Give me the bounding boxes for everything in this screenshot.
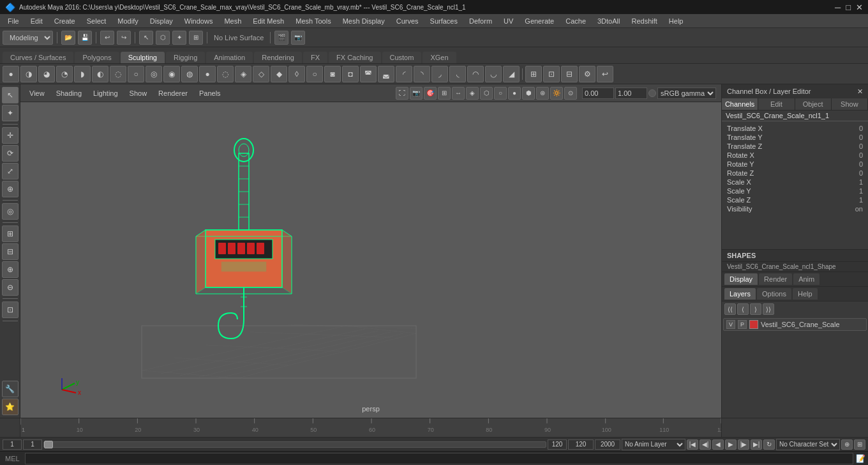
gamma-input[interactable] (615, 88, 647, 99)
menu-file[interactable]: File (3, 16, 24, 26)
menu-cache[interactable]: Cache (560, 16, 591, 26)
workspace-tab-curves-surfaces[interactable]: Curves / Surfaces (3, 52, 73, 63)
workspace-tab-fx-caching[interactable]: FX Caching (329, 52, 380, 63)
redo-button[interactable]: ↪ (117, 31, 131, 45)
select-tool[interactable]: ↖ (139, 31, 153, 45)
script-icon[interactable]: 📝 (856, 454, 865, 463)
menu-3dtoall[interactable]: 3DtoAll (592, 16, 625, 26)
layer-item[interactable]: V P Vestil_SC6_Crane_Scale (723, 318, 867, 331)
char-set-select[interactable]: No Character Set (776, 439, 840, 450)
go-start-button[interactable]: |◀ (687, 439, 698, 450)
sculpt-knife[interactable]: ◈ (235, 66, 251, 82)
workspace-tab-xgen[interactable]: XGen (423, 52, 456, 63)
sculpt-falloff[interactable]: ◠ (467, 66, 484, 82)
panels-menu[interactable]: Panels (195, 88, 225, 98)
vp-icon-4[interactable]: ↔ (452, 87, 465, 100)
sculpt-stencil[interactable]: ◢ (503, 66, 520, 82)
anim-tab[interactable]: Anim (793, 273, 819, 285)
sculpt-smear[interactable]: ○ (306, 66, 323, 82)
vp-icon-8[interactable]: ● (508, 87, 521, 100)
mel-input[interactable] (25, 453, 853, 464)
menu-mesh[interactable]: Mesh (219, 16, 246, 26)
lt-icon-extra2[interactable]: ⭐ (2, 399, 19, 415)
sculpt-invert-freeze[interactable]: ◝ (414, 66, 430, 82)
layer-color-swatch[interactable] (749, 320, 758, 329)
end-frame-input[interactable] (548, 439, 567, 450)
snap-to-view-plane[interactable]: ⊖ (2, 279, 19, 296)
anim-layer-select[interactable]: No Anim Layer (622, 439, 685, 450)
vp-icon-11[interactable]: 🔆 (550, 87, 563, 100)
rotate-tool[interactable]: ⟳ (2, 145, 19, 162)
lasso-tool[interactable]: ⬡ (156, 31, 170, 45)
move-tool[interactable]: ✛ (2, 127, 19, 144)
sculpt-twist[interactable]: ◆ (271, 66, 287, 82)
paint-tool[interactable]: ✦ (172, 31, 186, 45)
sculpt-smooth[interactable]: ◕ (38, 66, 55, 82)
render-icon[interactable]: 🎬 (274, 31, 288, 45)
layer-nav-start[interactable]: ⟨⟨ (724, 303, 736, 315)
sculpt-flatten[interactable]: ◐ (92, 66, 108, 82)
start-frame-input[interactable] (23, 439, 42, 450)
workspace-tab-rigging[interactable]: Rigging (166, 52, 205, 63)
play-back-button[interactable]: ◀ (712, 439, 724, 450)
lighting-menu[interactable]: Lighting (89, 88, 122, 98)
loop-button[interactable]: ↻ (763, 439, 775, 450)
sculpt-pinch[interactable]: ◗ (74, 66, 91, 82)
layers-tab[interactable]: Layers (724, 288, 756, 300)
vp-icon-5[interactable]: ◈ (466, 87, 479, 100)
view-menu[interactable]: View (26, 88, 49, 98)
paint-select[interactable]: ✦ (2, 105, 19, 121)
options-tab[interactable]: Options (757, 288, 791, 300)
step-back-button[interactable]: ◀| (700, 439, 711, 450)
workspace-tab-custom[interactable]: Custom (382, 52, 422, 63)
sculpt-relax[interactable]: ◔ (56, 66, 73, 82)
help-tab-layers[interactable]: Help (793, 288, 818, 300)
sculpt-settings[interactable]: ⚙ (579, 66, 595, 82)
soft-select[interactable]: ◎ (2, 203, 19, 220)
exposure-input[interactable] (582, 88, 614, 99)
show-tab[interactable]: Show (832, 98, 868, 110)
vp-icon-7[interactable]: ○ (494, 87, 507, 100)
menu-select[interactable]: Select (82, 16, 112, 26)
menu-display[interactable]: Display (145, 16, 178, 26)
workspace-tab-fx[interactable]: FX (303, 52, 327, 63)
rp-close-icon[interactable]: ✕ (857, 88, 863, 96)
sculpt-paint-color[interactable]: ◞ (431, 66, 448, 82)
viewport[interactable]: View Shading Lighting Show Renderer Pane… (20, 84, 721, 418)
vp-icon-9[interactable]: ⬢ (522, 87, 535, 100)
show-manipulator[interactable]: ⊡ (2, 301, 19, 318)
vp-icon-10[interactable]: ⊛ (536, 87, 549, 100)
menu-uv[interactable]: UV (498, 16, 518, 26)
menu-curves[interactable]: Curves (391, 16, 424, 26)
frame-slider[interactable] (43, 441, 546, 448)
vp-icon-2[interactable]: 📷 (410, 87, 423, 100)
vp-icon-6[interactable]: ⬡ (480, 87, 493, 100)
vp-icon-3[interactable]: 🎯 (424, 87, 437, 100)
workspace-tab-polygons[interactable]: Polygons (75, 52, 119, 63)
universal-manip[interactable]: ⊕ (2, 181, 19, 197)
menu-mesh-tools[interactable]: Mesh Tools (290, 16, 336, 26)
menu-generate[interactable]: Generate (520, 16, 559, 26)
menu-modify[interactable]: Modify (112, 16, 143, 26)
scale-tool[interactable]: ⤢ (2, 163, 19, 179)
step-forward-button[interactable]: |▶ (738, 439, 749, 450)
menu-deform[interactable]: Deform (464, 16, 497, 26)
layer-playback-toggle[interactable]: P (738, 320, 747, 329)
show-menu[interactable]: Show (126, 88, 151, 98)
sculpt-pull[interactable]: ◑ (20, 66, 37, 82)
menu-mesh-display[interactable]: Mesh Display (338, 16, 390, 26)
minimize-button[interactable]: ─ (835, 3, 841, 12)
sculpt-wax[interactable]: ◍ (181, 66, 198, 82)
menu-edit[interactable]: Edit (26, 16, 48, 26)
menu-help[interactable]: Help (664, 16, 689, 26)
snap-tool[interactable]: ⊞ (189, 31, 203, 45)
sculpt-freeze[interactable]: ◚ (360, 66, 377, 82)
vp-icon-grid[interactable]: ⊞ (438, 87, 451, 100)
sculpt-unfreeze[interactable]: ◛ (378, 66, 394, 82)
char-set-icon1[interactable]: ⊕ (841, 439, 853, 450)
vp-icon-12[interactable]: ⊙ (564, 87, 577, 100)
cam-icon[interactable]: 📷 (291, 31, 305, 45)
channels-tab[interactable]: Channels (722, 98, 758, 110)
end-range-input[interactable] (568, 439, 594, 450)
object-tab[interactable]: Object (795, 98, 832, 110)
